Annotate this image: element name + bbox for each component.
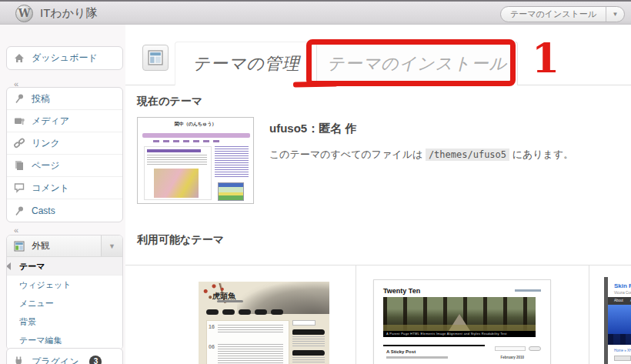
- theme-grid-separator: [356, 265, 356, 364]
- mini-nav-bar: [142, 133, 250, 138]
- current-theme-description: このテーマのすべてのファイルは /themes/ufuso5 にあります。: [269, 148, 573, 162]
- plugin-icon: [13, 356, 25, 364]
- mini-nav-buttons: [206, 309, 283, 315]
- mini-post-meta: [386, 356, 448, 359]
- theme-thumbnail-skinpreview[interactable]: Skin Preview Vicuna Custom Skin About Ar…: [604, 277, 631, 364]
- top-bar: W ITわかり隊 テーマのインストール ▼: [0, 0, 631, 25]
- current-theme-thumbnail: 閑中（のんちゅう）: [137, 117, 254, 204]
- mini-sidebar: [292, 320, 325, 364]
- annotation-red-stroke: [293, 81, 338, 87]
- theme-thumbnail-twentyten[interactable]: Twenty Ten A Parent Page HTML Elements I…: [373, 279, 551, 364]
- theme-path-code: /themes/ufuso5: [426, 149, 509, 161]
- sidebar-item-label: 外観: [25, 239, 101, 252]
- sidebar-item-media[interactable]: メディア: [7, 110, 122, 132]
- plugins-menu-box: プラグイン 3: [6, 348, 123, 364]
- wordpress-admin-screen: W ITわかり隊 テーマのインストール ▼ ダッシュボード « 投稿 メディア: [0, 0, 631, 364]
- submenu-item-themes[interactable]: テーマ: [7, 257, 122, 276]
- sidebar-item-label: 投稿: [32, 92, 50, 105]
- appearance-toggle-arrow[interactable]: ▼: [101, 235, 122, 256]
- mini-calendar-heading: February 2010: [500, 356, 524, 359]
- mini-date-badge: 16: [209, 324, 215, 329]
- pushpin-icon: [13, 92, 25, 105]
- sidebar-item-plugins[interactable]: プラグイン 3: [7, 349, 122, 364]
- admin-sidebar: ダッシュボード « 投稿 メディア リンク ページ コメン: [0, 25, 125, 364]
- install-theme-topbar-button[interactable]: テーマのインストール ▼: [500, 6, 625, 22]
- theme-grid-separator: [589, 265, 589, 364]
- mini-sidebar-links: [215, 146, 249, 179]
- sidebar-item-casts[interactable]: Casts: [7, 199, 122, 222]
- available-themes-heading: 利用可能なテーマ: [137, 233, 224, 247]
- mini-site-title: 閑中（のんちゅう）: [138, 121, 253, 128]
- mini-content-card: 16 06: [206, 320, 289, 364]
- available-themes-divider: [125, 265, 631, 265]
- mini-nav-bar: A Parent Page HTML Elements Image Alignm…: [383, 331, 536, 337]
- mini-nav-item: About: [614, 299, 623, 302]
- camera-icon: [13, 115, 25, 127]
- appearance-screen-icon: [142, 45, 169, 71]
- mini-buttons: [614, 356, 631, 361]
- content-menu-box: 投稿 メディア リンク ページ コメント Casts: [6, 87, 123, 222]
- appearance-menu-box: 外観 ▼ テーマ ウィジェット メニュー 背景 テーマ編集: [6, 235, 123, 350]
- mini-divider: [383, 345, 485, 346]
- annotation-step-number: 1: [532, 38, 559, 78]
- sidebar-item-links[interactable]: リンク: [7, 132, 122, 155]
- install-theme-topbar-label[interactable]: テーマのインストール: [501, 7, 606, 22]
- sidebar-item-appearance[interactable]: 外観 ▼: [7, 235, 122, 257]
- sidebar-item-label: プラグイン: [32, 356, 78, 364]
- mini-link-row: [153, 140, 222, 142]
- mini-tagline: [515, 289, 541, 292]
- plugins-update-badge: 3: [89, 356, 102, 364]
- description-text: このテーマのすべてのファイルは: [269, 149, 426, 160]
- pages-icon: [13, 159, 25, 172]
- sidebar-item-label: ダッシュボード: [32, 52, 98, 65]
- dropdown-arrow-icon[interactable]: ▼: [606, 7, 624, 22]
- submenu-item-background[interactable]: 背景: [7, 312, 122, 331]
- mini-site-title: Skin Preview: [614, 282, 631, 289]
- current-theme-title: ufuso5：匿名 作: [269, 122, 356, 136]
- wordpress-logo-icon: W: [15, 5, 33, 22]
- main-content: テーマの管理 テーマのインストール 1 現在のテーマ 閑中（のんちゅう） ufu…: [125, 25, 631, 364]
- mini-photo: [154, 169, 199, 198]
- home-icon: [13, 52, 25, 65]
- link-icon: [13, 137, 25, 149]
- mini-search-button: [529, 346, 541, 351]
- sidebar-item-label: ページ: [32, 159, 60, 172]
- sidebar-item-label: コメント: [32, 182, 69, 195]
- mini-subtitle: Vicuna Custom Skin: [614, 291, 631, 295]
- submenu-item-editor[interactable]: テーマ編集: [7, 331, 122, 349]
- sidebar-item-pages[interactable]: ページ: [7, 155, 122, 177]
- mini-widget: [218, 182, 244, 201]
- mini-subtitle-script: [217, 300, 243, 302]
- comment-bubble-icon: [13, 182, 25, 194]
- mini-header-photo: [383, 297, 536, 331]
- mini-breadcrumb: Home » XHTML CSS »: [614, 349, 631, 352]
- theme-thumbnail-hutouyu[interactable]: 虎頭魚 16 06: [199, 282, 329, 364]
- sidebar-item-posts[interactable]: 投稿: [7, 88, 122, 110]
- sidebar-item-dashboard[interactable]: ダッシュボード: [7, 47, 122, 69]
- current-theme-heading: 現在のテーマ: [137, 95, 202, 109]
- mini-date-badge: 06: [209, 344, 215, 349]
- mini-nav-bar: About Archives: [608, 297, 631, 305]
- ufuso5-theme-preview: 閑中（のんちゅう）: [138, 118, 253, 203]
- tab-manage-themes[interactable]: テーマの管理: [175, 42, 318, 85]
- sidebar-item-label: リンク: [32, 137, 60, 150]
- sidebar-item-comments[interactable]: コメント: [7, 177, 122, 199]
- appearance-icon: [13, 240, 25, 252]
- tab-install-themes[interactable]: テーマのインストール: [316, 42, 518, 85]
- mini-search-input: [495, 346, 526, 351]
- sidebar-item-label: Casts: [32, 205, 55, 216]
- mini-post-title: A Sticky Post: [386, 349, 416, 354]
- mini-site-title: Twenty Ten: [383, 287, 420, 295]
- submenu-item-menus[interactable]: メニュー: [7, 294, 122, 312]
- description-text: にあります。: [509, 149, 573, 160]
- mini-article: [144, 146, 212, 200]
- site-title-link[interactable]: ITわかり隊: [40, 6, 97, 21]
- mini-header-image: [608, 305, 631, 345]
- submenu-item-widgets[interactable]: ウィジェット: [7, 276, 122, 294]
- dashboard-menu-box: ダッシュボード: [6, 46, 123, 70]
- pushpin-icon: [13, 205, 25, 217]
- sidebar-item-label: メディア: [32, 115, 69, 128]
